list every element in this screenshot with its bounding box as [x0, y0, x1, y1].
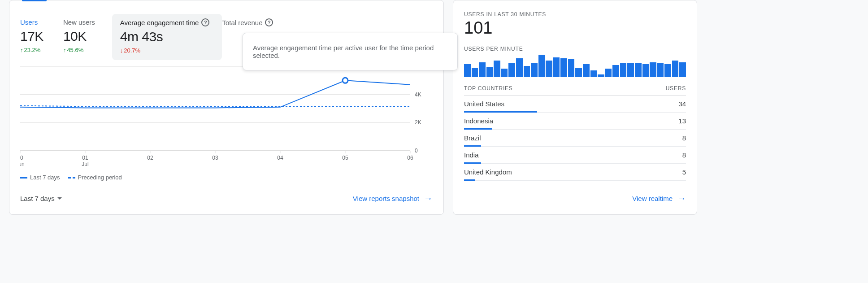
- mini-bar: [612, 65, 619, 77]
- metric-label: Users: [20, 18, 43, 26]
- help-icon[interactable]: ?: [201, 18, 209, 26]
- country-users: 8: [682, 134, 686, 146]
- country-name: United States: [464, 100, 504, 112]
- mini-bar: [620, 63, 627, 77]
- svg-text:Jun: Jun: [20, 161, 25, 167]
- mini-bar: [516, 58, 523, 77]
- svg-text:04: 04: [277, 155, 283, 161]
- country-row[interactable]: United Kingdom5: [464, 164, 686, 181]
- country-users: 34: [678, 100, 686, 112]
- country-name: India: [464, 151, 479, 163]
- svg-text:05: 05: [342, 155, 348, 161]
- mini-bar: [575, 68, 582, 77]
- mini-bar: [650, 62, 656, 77]
- metric-change: 45.6%: [63, 47, 95, 53]
- mini-bar: [472, 68, 478, 77]
- mini-bar: [486, 67, 493, 77]
- chart-legend: Last 7 days Preceding period: [20, 174, 433, 181]
- svg-text:06: 06: [407, 155, 413, 161]
- metric-change: 20.7%: [120, 47, 210, 54]
- country-name: Indonesia: [464, 117, 493, 129]
- tooltip: Average engagement time per active user …: [243, 33, 458, 70]
- line-dash-icon: [68, 177, 75, 179]
- view-realtime-link[interactable]: View realtime →: [632, 193, 686, 204]
- svg-point-24: [343, 78, 348, 83]
- arrow-right-icon: →: [424, 193, 433, 204]
- mini-bar: [672, 61, 679, 78]
- view-reports-snapshot-link[interactable]: View reports snapshot →: [353, 193, 433, 204]
- arrow-down-icon: [120, 47, 123, 54]
- mini-bar: [642, 64, 649, 77]
- realtime-users-value: 101: [464, 18, 686, 38]
- mini-bar: [583, 64, 590, 77]
- mini-bar: [605, 69, 612, 77]
- svg-text:0: 0: [415, 148, 418, 154]
- date-range-selector[interactable]: Last 7 days: [20, 195, 62, 202]
- mini-bar: [538, 55, 545, 77]
- svg-text:Jul: Jul: [82, 161, 88, 167]
- country-name: United Kingdom: [464, 168, 512, 180]
- mini-bar: [464, 64, 471, 77]
- country-users: 8: [682, 151, 686, 163]
- mini-bar: [553, 57, 560, 77]
- mini-bar: [679, 62, 686, 77]
- country-row[interactable]: Brazil8: [464, 130, 686, 147]
- metric-value: 17K: [20, 29, 43, 44]
- svg-text:30: 30: [20, 155, 23, 161]
- line-solid-icon: [20, 177, 27, 179]
- overview-card: Users 17K 23.2% New users 10K 45.6% Aver…: [9, 0, 444, 215]
- legend-item-current: Last 7 days: [20, 174, 60, 181]
- country-users: 5: [682, 168, 686, 180]
- metric-change: 23.2%: [20, 47, 43, 53]
- arrow-up-icon: [20, 47, 23, 53]
- arrow-right-icon: →: [677, 193, 686, 204]
- metric-value: 4m 43s: [120, 29, 210, 44]
- mini-bar: [501, 69, 508, 77]
- users-per-minute-label: USERS PER MINUTE: [464, 46, 686, 52]
- mini-bar: [494, 61, 500, 78]
- svg-text:02: 02: [147, 155, 153, 161]
- metric-label: Average engagement time ?: [120, 18, 210, 26]
- mini-bar: [598, 74, 604, 77]
- metric-new-users[interactable]: New users 10K 45.6%: [63, 14, 115, 60]
- realtime-card: USERS IN LAST 30 MINUTES 101 USERS PER M…: [453, 0, 697, 215]
- mini-bar: [546, 61, 552, 78]
- mini-bar: [560, 58, 567, 77]
- mini-bar: [635, 63, 642, 77]
- metric-value: 10K: [63, 29, 95, 44]
- country-users: 13: [678, 117, 686, 129]
- mini-bar: [508, 63, 515, 77]
- country-bar: [464, 179, 475, 181]
- line-chart[interactable]: 02K4K6K30Jun01Jul0203040506: [20, 63, 433, 170]
- country-row[interactable]: Indonesia13: [464, 113, 686, 130]
- metric-engagement-time[interactable]: Average engagement time ? 4m 43s 20.7%: [112, 14, 222, 60]
- arrow-up-icon: [63, 47, 66, 53]
- help-icon[interactable]: ?: [265, 18, 273, 26]
- mini-bar: [568, 59, 575, 77]
- svg-text:4K: 4K: [415, 91, 421, 98]
- mini-bar: [664, 64, 671, 77]
- country-name: Brazil: [464, 134, 481, 146]
- metric-label: New users: [63, 18, 95, 26]
- active-tab-indicator: [22, 0, 47, 1]
- legend-item-previous: Preceding period: [68, 174, 122, 181]
- mini-bar: [479, 62, 486, 77]
- mini-bar: [524, 66, 530, 77]
- realtime-heading: USERS IN LAST 30 MINUTES: [464, 11, 686, 17]
- metric-label: Total revenue ?: [222, 18, 273, 26]
- country-row[interactable]: United States34: [464, 96, 686, 113]
- svg-text:2K: 2K: [415, 119, 421, 126]
- svg-text:01: 01: [82, 155, 88, 161]
- mini-bar: [590, 70, 597, 77]
- mini-bar: [531, 63, 538, 77]
- country-row[interactable]: India8: [464, 147, 686, 164]
- mini-bar: [627, 63, 634, 77]
- countries-table-head: TOP COUNTRIES USERS: [464, 85, 686, 96]
- users-per-minute-chart[interactable]: [464, 55, 686, 77]
- svg-text:03: 03: [212, 155, 218, 161]
- metric-users[interactable]: Users 17K 23.2%: [20, 14, 63, 60]
- chevron-down-icon: [57, 197, 62, 200]
- countries-table: United States34Indonesia13Brazil8India8U…: [464, 96, 686, 181]
- mini-bar: [657, 63, 664, 77]
